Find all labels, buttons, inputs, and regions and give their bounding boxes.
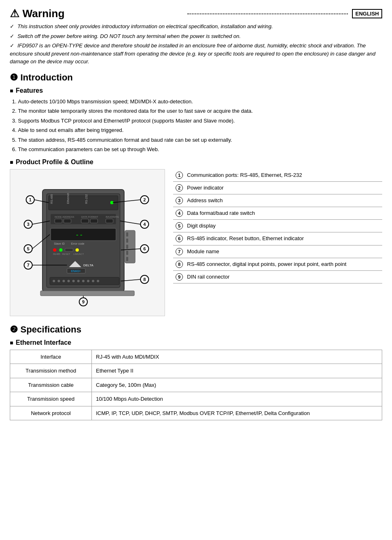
svg-text:RESET: RESET xyxy=(62,253,70,255)
warning-body: ✓ This instruction sheet only provides i… xyxy=(10,22,382,66)
product-profile-section: RS-485 Ethernet RS-232 NODE ADDRESS DATA… xyxy=(10,169,382,316)
spec-value: ICMP, IP, TCP, UDP, DHCP, SMTP, Modbus O… xyxy=(92,406,382,420)
part-desc: Module name xyxy=(185,245,382,258)
parts-row: 2 Power indicator xyxy=(173,181,382,194)
svg-point-34 xyxy=(62,280,65,282)
svg-rect-12 xyxy=(64,219,71,223)
warning-line-1: ✓ This instruction sheet only provides i… xyxy=(10,22,382,31)
svg-text:DELTA: DELTA xyxy=(83,263,94,267)
warning-dots xyxy=(187,13,348,14)
spec-row: Transmission method Ethernet Type II xyxy=(10,364,382,378)
parts-row: 6 RS-485 indicator, Reset button, Ethern… xyxy=(173,232,382,245)
part-desc: Data format/baud rate switch xyxy=(185,207,382,220)
part-num: 6 xyxy=(173,232,185,245)
warning-line-3: ✓ IFD9507 is an OPEN-TYPE device and the… xyxy=(10,42,382,66)
spec-value: RJ-45 with Auto MDI/MDIX xyxy=(92,350,382,364)
spec-label: Transmission method xyxy=(10,364,92,378)
svg-text:NODE ADDRESS: NODE ADDRESS xyxy=(55,216,74,218)
features-header: Features xyxy=(10,87,382,94)
spec-label: Interface xyxy=(10,350,92,364)
features-title: Features xyxy=(16,87,43,94)
part-desc: RS-485 indicator, Reset button, Ethernet… xyxy=(185,232,382,245)
svg-text:Rb485: Rb485 xyxy=(53,253,60,255)
english-badge: ENGLISH xyxy=(352,9,382,18)
svg-text:RS-232: RS-232 xyxy=(85,194,88,204)
svg-rect-47 xyxy=(126,251,128,255)
part-num: 5 xyxy=(173,220,185,232)
svg-point-20 xyxy=(53,248,56,252)
part-num: 3 xyxy=(173,194,185,207)
spec-value: Ethernet Type II xyxy=(92,364,382,378)
feature-item-5: The station address, RS-485 communicatio… xyxy=(18,136,382,144)
part-num: 8 xyxy=(173,258,185,270)
part-desc: Digit display xyxy=(185,220,382,232)
feature-item-2: The monitor table temporarily stores the… xyxy=(18,107,382,115)
svg-text:4: 4 xyxy=(143,222,146,227)
part-desc: DIN rail connector xyxy=(185,271,382,283)
spec-value: Category 5e, 100m (Max) xyxy=(92,378,382,392)
svg-rect-22 xyxy=(65,248,73,252)
svg-text:Slave ID: Slave ID xyxy=(54,242,65,245)
svg-rect-15 xyxy=(106,219,113,223)
parts-row: 7 Module name xyxy=(173,245,382,258)
svg-text:1: 1 xyxy=(29,197,31,202)
spec-label: Transmission speed xyxy=(10,392,92,406)
svg-rect-11 xyxy=(55,219,62,223)
specs-section-num: ❷ xyxy=(10,324,18,335)
feature-item-6: The communication parameters can be set … xyxy=(18,145,382,154)
part-num: 2 xyxy=(173,181,185,194)
svg-point-39 xyxy=(87,280,89,282)
feature-item-3: Supports Modbus TCP protocol and Etherne… xyxy=(18,117,382,125)
svg-rect-16 xyxy=(51,228,116,241)
part-num: 7 xyxy=(173,245,185,258)
svg-point-36 xyxy=(72,280,75,282)
spec-label: Network protocol xyxy=(10,406,92,420)
part-desc: Address switch xyxy=(185,194,382,207)
svg-text:5: 5 xyxy=(27,246,29,251)
warning-title: Warning xyxy=(22,7,183,20)
svg-point-41 xyxy=(97,280,99,282)
parts-row: 9 DIN rail connector xyxy=(173,271,382,283)
specifications-section: ❷ Specifications Ethernet Interface Inte… xyxy=(10,324,382,421)
svg-point-35 xyxy=(67,280,70,282)
svg-point-37 xyxy=(77,280,80,282)
product-profile-header: Product Profile & Outline xyxy=(10,158,382,166)
svg-rect-13 xyxy=(81,219,89,223)
product-profile-title: Product Profile & Outline xyxy=(16,158,93,166)
part-desc: Communication ports: RS-485, Ethernet, R… xyxy=(185,169,382,182)
intro-title: Introduction xyxy=(20,72,73,83)
svg-rect-42 xyxy=(40,291,134,296)
spec-label: Transmission cable xyxy=(10,378,92,392)
ethernet-header: Ethernet Interface xyxy=(10,339,382,346)
warning-line-2: ✓ Switch off the power before wiring. DO… xyxy=(10,32,382,40)
device-svg: RS-485 Ethernet RS-232 NODE ADDRESS DATA… xyxy=(18,177,157,308)
intro-header: ❶ Introduction xyxy=(10,72,382,83)
svg-text:RS-485: RS-485 xyxy=(50,194,53,204)
svg-rect-2 xyxy=(49,196,118,210)
svg-rect-44 xyxy=(126,232,128,237)
part-num: 1 xyxy=(173,169,185,182)
svg-text:ENAG+: ENAG+ xyxy=(71,270,81,272)
svg-text:7: 7 xyxy=(27,263,29,268)
part-num: 9 xyxy=(173,271,185,283)
svg-text:Error code: Error code xyxy=(71,242,85,245)
spec-row: Transmission speed 10/100 Mbps Auto-Dete… xyxy=(10,392,382,406)
parts-row: 3 Address switch xyxy=(173,194,382,207)
svg-rect-14 xyxy=(90,219,98,223)
part-desc: RS-485 connector, digital input points, … xyxy=(185,258,382,270)
ethernet-title: Ethernet Interface xyxy=(16,339,71,346)
spec-row: Network protocol ICMP, IP, TCP, UDP, DHC… xyxy=(10,406,382,420)
svg-rect-46 xyxy=(126,245,128,249)
svg-text:DATA FORMAT: DATA FORMAT xyxy=(81,216,98,218)
part-num: 4 xyxy=(173,207,185,220)
parts-row: 4 Data format/baud rate switch xyxy=(173,207,382,220)
spec-row: Interface RJ-45 with Auto MDI/MDIX xyxy=(10,350,382,364)
specs-header: ❷ Specifications xyxy=(10,324,382,335)
warning-section: ⚠ Warning ENGLISH ✓ This instruction she… xyxy=(10,7,382,66)
part-desc: Power indicator xyxy=(185,181,382,194)
introduction-section: ❶ Introduction Features Auto-detects 10/… xyxy=(10,72,382,316)
svg-text:LNK/ACT: LNK/ACT xyxy=(74,253,84,255)
svg-text:Ethernet: Ethernet xyxy=(67,193,69,204)
feature-item-4: Able to send out emails after being trig… xyxy=(18,126,382,134)
svg-point-23 xyxy=(76,248,79,252)
